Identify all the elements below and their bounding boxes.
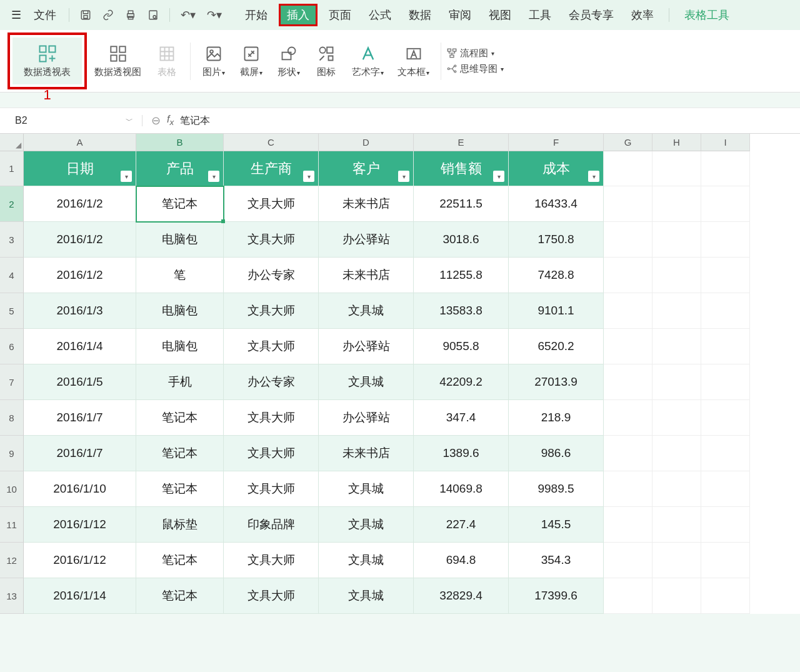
cell[interactable]: 27013.9: [509, 364, 604, 400]
cell[interactable]: [701, 329, 750, 364]
tab-formula[interactable]: 公式: [362, 4, 398, 26]
cell[interactable]: [604, 578, 652, 614]
cell[interactable]: 347.4: [414, 400, 509, 436]
cell[interactable]: [701, 578, 750, 614]
cell[interactable]: 笔: [136, 258, 224, 293]
cell[interactable]: [701, 364, 750, 400]
cell[interactable]: 17399.6: [509, 578, 604, 614]
cell[interactable]: 986.6: [509, 436, 604, 471]
cell[interactable]: [701, 436, 750, 471]
flowchart-button[interactable]: 流程图▾: [446, 48, 504, 59]
row-header-1[interactable]: 1: [0, 151, 24, 186]
tab-insert[interactable]: 插入: [279, 4, 318, 26]
header-cell[interactable]: 产品▾: [136, 151, 224, 186]
header-cell[interactable]: [604, 151, 652, 186]
col-header-D[interactable]: D: [319, 134, 414, 151]
cell[interactable]: 办公专家: [224, 364, 319, 400]
cell[interactable]: [652, 258, 701, 293]
cell[interactable]: 6520.2: [509, 329, 604, 364]
cell[interactable]: 7428.8: [509, 258, 604, 293]
cell[interactable]: [701, 186, 750, 222]
cell[interactable]: [652, 293, 701, 329]
wordart-button[interactable]: 艺术字▾: [346, 40, 390, 82]
cell[interactable]: [604, 471, 652, 507]
cell[interactable]: 文具城: [319, 543, 414, 578]
cell[interactable]: [652, 329, 701, 364]
filter-dropdown-icon[interactable]: ▾: [398, 171, 409, 182]
col-header-E[interactable]: E: [414, 134, 509, 151]
cell[interactable]: 电脑包: [136, 222, 224, 258]
cell[interactable]: 9989.5: [509, 471, 604, 507]
cell[interactable]: 2016/1/14: [24, 578, 136, 614]
pivot-table-button[interactable]: 数据透视表: [12, 38, 82, 84]
cell[interactable]: 22511.5: [414, 186, 509, 222]
col-header-C[interactable]: C: [224, 134, 319, 151]
cell[interactable]: 手机: [136, 364, 224, 400]
cell[interactable]: 9101.1: [509, 293, 604, 329]
col-header-H[interactable]: H: [652, 134, 701, 151]
cell[interactable]: 办公驿站: [319, 400, 414, 436]
cell[interactable]: [652, 222, 701, 258]
cell[interactable]: 2016/1/5: [24, 364, 136, 400]
file-menu[interactable]: 文件: [28, 4, 62, 26]
print-icon[interactable]: [121, 7, 141, 23]
tab-review[interactable]: 审阅: [442, 4, 478, 26]
col-header-I[interactable]: I: [701, 134, 750, 151]
cell[interactable]: 3018.6: [414, 222, 509, 258]
cell[interactable]: 电脑包: [136, 329, 224, 364]
cell[interactable]: 354.3: [509, 543, 604, 578]
col-header-A[interactable]: A: [24, 134, 136, 151]
cell[interactable]: 1389.6: [414, 436, 509, 471]
cell[interactable]: 笔记本: [136, 543, 224, 578]
cell[interactable]: 文具大师: [224, 471, 319, 507]
cell[interactable]: 文具大师: [224, 578, 319, 614]
shapes-button[interactable]: 形状▾: [271, 40, 307, 82]
cell[interactable]: 文具大师: [224, 222, 319, 258]
tab-data[interactable]: 数据: [402, 4, 438, 26]
pivot-chart-button[interactable]: 数据透视图: [88, 40, 148, 82]
save-icon[interactable]: [76, 7, 96, 23]
cell[interactable]: 办公驿站: [319, 329, 414, 364]
chevron-down-icon[interactable]: ﹀: [126, 116, 133, 126]
cell[interactable]: 9055.8: [414, 329, 509, 364]
cell[interactable]: [701, 400, 750, 436]
cell[interactable]: 13583.8: [414, 293, 509, 329]
header-cell[interactable]: 销售额▾: [414, 151, 509, 186]
header-cell[interactable]: 生产商▾: [224, 151, 319, 186]
cell[interactable]: 文具城: [319, 293, 414, 329]
row-header-7[interactable]: 7: [0, 364, 24, 400]
cell[interactable]: [604, 400, 652, 436]
col-header-G[interactable]: G: [604, 134, 652, 151]
tab-view[interactable]: 视图: [482, 4, 518, 26]
row-header-6[interactable]: 6: [0, 329, 24, 364]
undo-icon[interactable]: ↶▾: [176, 6, 200, 24]
cell[interactable]: 办公驿站: [319, 222, 414, 258]
row-header-13[interactable]: 13: [0, 578, 24, 614]
cell[interactable]: 笔记本: [136, 400, 224, 436]
formula-input-area[interactable]: ⊖ fx 笔记本: [142, 114, 800, 128]
cell[interactable]: [604, 329, 652, 364]
cell[interactable]: [652, 364, 701, 400]
select-all-corner[interactable]: ◢: [0, 134, 24, 151]
cell[interactable]: 文具大师: [224, 436, 319, 471]
screenshot-button[interactable]: 截屏▾: [233, 40, 269, 82]
cell[interactable]: [701, 293, 750, 329]
cell[interactable]: 未来书店: [319, 186, 414, 222]
col-header-F[interactable]: F: [509, 134, 604, 151]
cell[interactable]: [652, 507, 701, 543]
cell[interactable]: [604, 543, 652, 578]
cell[interactable]: 文具大师: [224, 186, 319, 222]
cell[interactable]: 文具城: [319, 364, 414, 400]
cell[interactable]: 电脑包: [136, 293, 224, 329]
cell[interactable]: 文具大师: [224, 329, 319, 364]
cell[interactable]: [652, 578, 701, 614]
hamburger-icon[interactable]: ☰: [8, 6, 25, 24]
row-header-5[interactable]: 5: [0, 293, 24, 329]
filter-dropdown-icon[interactable]: ▾: [303, 171, 314, 182]
row-header-12[interactable]: 12: [0, 543, 24, 578]
cell[interactable]: 文具大师: [224, 400, 319, 436]
fx-icon[interactable]: fx: [167, 114, 174, 127]
cell[interactable]: [604, 364, 652, 400]
cell[interactable]: 32829.4: [414, 578, 509, 614]
cell[interactable]: [701, 258, 750, 293]
